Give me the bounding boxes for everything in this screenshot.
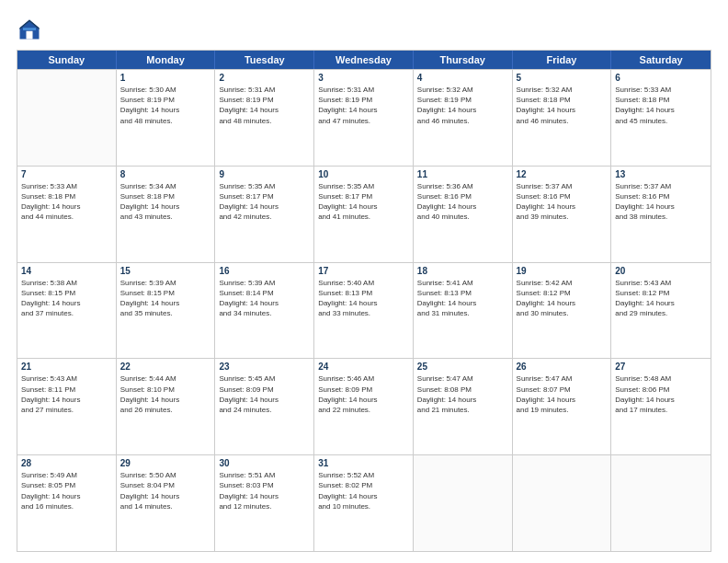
header-cell-friday: Friday [513,51,612,69]
day-cell-2: 2Sunrise: 5:31 AM Sunset: 8:19 PM Daylig… [215,70,314,166]
day-info: Sunrise: 5:43 AM Sunset: 8:11 PM Dayligh… [21,373,112,415]
day-info: Sunrise: 5:32 AM Sunset: 8:19 PM Dayligh… [417,85,508,126]
day-info: Sunrise: 5:49 AM Sunset: 8:05 PM Dayligh… [21,470,112,511]
header-cell-saturday: Saturday [611,51,711,69]
day-cell-29: 29Sunrise: 5:50 AM Sunset: 8:04 PM Dayli… [117,455,216,551]
day-cell-4: 4Sunrise: 5:32 AM Sunset: 8:19 PM Daylig… [414,70,513,166]
header [17,17,711,42]
header-cell-wednesday: Wednesday [314,51,414,69]
day-number: 2 [219,73,310,83]
day-info: Sunrise: 5:36 AM Sunset: 8:16 PM Dayligh… [417,181,508,223]
day-info: Sunrise: 5:33 AM Sunset: 8:18 PM Dayligh… [21,181,112,223]
day-cell-8: 8Sunrise: 5:34 AM Sunset: 8:18 PM Daylig… [117,167,216,262]
day-info: Sunrise: 5:31 AM Sunset: 8:19 PM Dayligh… [219,85,310,126]
page: SundayMondayTuesdayWednesdayThursdayFrid… [0,0,728,563]
day-number: 24 [318,362,409,372]
day-info: Sunrise: 5:32 AM Sunset: 8:18 PM Dayligh… [517,85,608,126]
empty-cell [17,70,117,166]
day-cell-9: 9Sunrise: 5:35 AM Sunset: 8:17 PM Daylig… [215,167,314,262]
day-number: 12 [517,169,608,179]
day-cell-1: 1Sunrise: 5:30 AM Sunset: 8:19 PM Daylig… [117,70,216,166]
day-number: 16 [219,266,310,276]
day-info: Sunrise: 5:46 AM Sunset: 8:09 PM Dayligh… [318,373,409,415]
week-row-5: 28Sunrise: 5:49 AM Sunset: 8:05 PM Dayli… [17,454,711,551]
day-cell-6: 6Sunrise: 5:33 AM Sunset: 8:18 PM Daylig… [611,70,711,166]
day-info: Sunrise: 5:37 AM Sunset: 8:16 PM Dayligh… [615,181,707,223]
day-info: Sunrise: 5:52 AM Sunset: 8:02 PM Dayligh… [318,470,409,511]
header-cell-thursday: Thursday [414,51,513,69]
day-cell-28: 28Sunrise: 5:49 AM Sunset: 8:05 PM Dayli… [17,455,117,551]
svg-rect-3 [27,31,33,40]
day-number: 13 [615,169,707,179]
day-number: 10 [318,169,409,179]
logo-icon [17,17,42,42]
week-row-3: 14Sunrise: 5:38 AM Sunset: 8:15 PM Dayli… [17,262,711,359]
week-row-1: 1Sunrise: 5:30 AM Sunset: 8:19 PM Daylig… [17,69,711,166]
day-info: Sunrise: 5:47 AM Sunset: 8:07 PM Dayligh… [517,373,608,415]
day-cell-17: 17Sunrise: 5:40 AM Sunset: 8:13 PM Dayli… [314,263,414,359]
day-info: Sunrise: 5:39 AM Sunset: 8:15 PM Dayligh… [120,278,211,319]
day-info: Sunrise: 5:30 AM Sunset: 8:19 PM Dayligh… [120,85,211,126]
empty-cell [513,455,612,551]
day-number: 3 [318,73,409,83]
day-info: Sunrise: 5:47 AM Sunset: 8:08 PM Dayligh… [417,373,508,415]
day-cell-13: 13Sunrise: 5:37 AM Sunset: 8:16 PM Dayli… [611,167,711,262]
day-number: 20 [615,266,707,276]
day-info: Sunrise: 5:40 AM Sunset: 8:13 PM Dayligh… [318,278,409,319]
day-info: Sunrise: 5:38 AM Sunset: 8:15 PM Dayligh… [21,278,112,319]
day-cell-27: 27Sunrise: 5:48 AM Sunset: 8:06 PM Dayli… [611,359,711,454]
day-info: Sunrise: 5:45 AM Sunset: 8:09 PM Dayligh… [219,373,310,415]
header-cell-sunday: Sunday [17,51,117,69]
empty-cell [611,455,711,551]
day-cell-23: 23Sunrise: 5:45 AM Sunset: 8:09 PM Dayli… [215,359,314,454]
day-cell-22: 22Sunrise: 5:44 AM Sunset: 8:10 PM Dayli… [117,359,216,454]
calendar-body: 1Sunrise: 5:30 AM Sunset: 8:19 PM Daylig… [17,69,711,551]
day-cell-19: 19Sunrise: 5:42 AM Sunset: 8:12 PM Dayli… [513,263,612,359]
empty-cell [414,455,513,551]
day-info: Sunrise: 5:35 AM Sunset: 8:17 PM Dayligh… [219,181,310,223]
day-number: 19 [517,266,608,276]
day-info: Sunrise: 5:48 AM Sunset: 8:06 PM Dayligh… [615,373,707,415]
day-info: Sunrise: 5:44 AM Sunset: 8:10 PM Dayligh… [120,373,211,415]
day-number: 8 [120,169,211,179]
day-number: 28 [21,458,112,468]
day-cell-14: 14Sunrise: 5:38 AM Sunset: 8:15 PM Dayli… [17,263,117,359]
day-info: Sunrise: 5:35 AM Sunset: 8:17 PM Dayligh… [318,181,409,223]
day-number: 22 [120,362,211,372]
week-row-2: 7Sunrise: 5:33 AM Sunset: 8:18 PM Daylig… [17,166,711,262]
day-number: 9 [219,169,310,179]
svg-rect-4 [23,28,36,30]
day-cell-20: 20Sunrise: 5:43 AM Sunset: 8:12 PM Dayli… [611,263,711,359]
day-number: 25 [417,362,508,372]
day-cell-24: 24Sunrise: 5:46 AM Sunset: 8:09 PM Dayli… [314,359,414,454]
day-number: 11 [417,169,508,179]
header-cell-tuesday: Tuesday [215,51,314,69]
week-row-4: 21Sunrise: 5:43 AM Sunset: 8:11 PM Dayli… [17,358,711,454]
header-cell-monday: Monday [117,51,216,69]
calendar-header-row: SundayMondayTuesdayWednesdayThursdayFrid… [17,51,711,69]
day-number: 14 [21,266,112,276]
day-info: Sunrise: 5:50 AM Sunset: 8:04 PM Dayligh… [120,470,211,511]
day-cell-3: 3Sunrise: 5:31 AM Sunset: 8:19 PM Daylig… [314,70,414,166]
day-cell-26: 26Sunrise: 5:47 AM Sunset: 8:07 PM Dayli… [513,359,612,454]
day-cell-11: 11Sunrise: 5:36 AM Sunset: 8:16 PM Dayli… [414,167,513,262]
day-number: 7 [21,169,112,179]
day-number: 27 [615,362,707,372]
day-info: Sunrise: 5:51 AM Sunset: 8:03 PM Dayligh… [219,470,310,511]
day-number: 17 [318,266,409,276]
day-number: 15 [120,266,211,276]
day-cell-15: 15Sunrise: 5:39 AM Sunset: 8:15 PM Dayli… [117,263,216,359]
day-number: 23 [219,362,310,372]
logo [17,17,46,42]
day-cell-10: 10Sunrise: 5:35 AM Sunset: 8:17 PM Dayli… [314,167,414,262]
day-info: Sunrise: 5:34 AM Sunset: 8:18 PM Dayligh… [120,181,211,223]
day-info: Sunrise: 5:37 AM Sunset: 8:16 PM Dayligh… [517,181,608,223]
calendar: SundayMondayTuesdayWednesdayThursdayFrid… [17,50,711,552]
day-number: 1 [120,73,211,83]
day-cell-18: 18Sunrise: 5:41 AM Sunset: 8:13 PM Dayli… [414,263,513,359]
day-number: 18 [417,266,508,276]
day-number: 26 [517,362,608,372]
day-number: 31 [318,458,409,468]
day-info: Sunrise: 5:41 AM Sunset: 8:13 PM Dayligh… [417,278,508,319]
day-info: Sunrise: 5:33 AM Sunset: 8:18 PM Dayligh… [615,85,707,126]
